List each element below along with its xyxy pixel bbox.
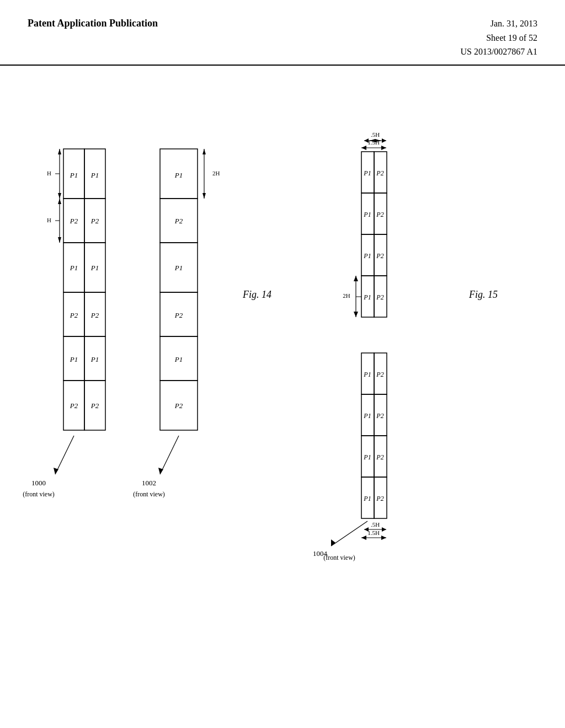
svg-text:P1: P1	[90, 264, 99, 272]
svg-text:P2: P2	[376, 495, 383, 502]
publication-title: Patent Application Publication	[28, 17, 158, 30]
svg-line-54	[160, 436, 179, 474]
svg-text:P1: P1	[363, 293, 371, 301]
svg-marker-87	[354, 312, 358, 317]
svg-marker-13	[58, 149, 61, 154]
svg-marker-19	[58, 237, 61, 243]
svg-text:P2: P2	[90, 311, 99, 319]
svg-text:P2: P2	[376, 169, 383, 177]
header-info: Jan. 31, 2013 Sheet 19 of 52 US 2013/002…	[460, 17, 537, 59]
svg-text:P1: P1	[363, 412, 371, 420]
svg-line-34	[55, 436, 74, 474]
svg-text:P2: P2	[174, 402, 183, 410]
svg-text:P2: P2	[376, 211, 383, 218]
svg-text:1.5H: 1.5H	[367, 139, 380, 146]
svg-text:P1: P1	[70, 264, 78, 272]
svg-marker-67	[361, 146, 366, 150]
svg-text:(front view): (front view)	[323, 554, 355, 561]
svg-text:P2: P2	[70, 402, 78, 410]
svg-text:P1: P1	[363, 211, 371, 218]
svg-text:P1: P1	[70, 355, 78, 363]
svg-text:1000: 1000	[31, 479, 46, 487]
svg-text:.5H: .5H	[371, 131, 380, 138]
svg-marker-64	[382, 138, 386, 143]
svg-text:P2: P2	[70, 217, 78, 225]
header-sheet: Sheet 19 of 52	[460, 31, 537, 45]
svg-marker-113	[382, 527, 386, 532]
svg-marker-117	[381, 536, 386, 540]
svg-text:P2: P2	[376, 252, 383, 260]
svg-text:P1: P1	[363, 371, 371, 378]
svg-text:P1: P1	[70, 171, 78, 179]
svg-text:2H: 2H	[343, 292, 350, 299]
svg-text:P1: P1	[363, 252, 371, 260]
svg-text:P2: P2	[376, 293, 383, 301]
svg-text:P2: P2	[90, 402, 99, 410]
svg-text:P2: P2	[90, 217, 99, 225]
svg-text:P2: P2	[376, 453, 383, 461]
svg-marker-14	[58, 193, 61, 199]
svg-marker-45	[202, 149, 206, 154]
svg-text:P1: P1	[363, 169, 371, 177]
svg-text:P2: P2	[174, 217, 183, 225]
svg-text:Fig. 15: Fig. 15	[468, 289, 498, 300]
svg-marker-109	[331, 539, 335, 546]
svg-marker-46	[202, 193, 206, 199]
svg-text:P2: P2	[70, 311, 78, 319]
svg-text:P2: P2	[174, 311, 183, 319]
svg-text:P1: P1	[90, 171, 99, 179]
svg-text:P1: P1	[174, 171, 183, 179]
svg-text:1.5H: 1.5H	[367, 529, 380, 536]
main-diagram: P1 P2 P1 P1 P2 P1 H H P2 P2 P1 P1 P2 P2 …	[0, 55, 565, 717]
svg-text:P2: P2	[376, 412, 383, 420]
svg-text:P2: P2	[376, 371, 383, 378]
svg-text:(front view): (front view)	[23, 490, 55, 498]
svg-text:P1: P1	[174, 355, 183, 363]
svg-marker-18	[58, 199, 61, 204]
svg-text:(front view): (front view)	[133, 490, 165, 498]
svg-text:P1: P1	[90, 355, 99, 363]
svg-marker-88	[354, 276, 358, 281]
svg-text:1002: 1002	[142, 479, 156, 487]
svg-marker-116	[361, 536, 366, 540]
svg-text:2H: 2H	[212, 170, 220, 176]
svg-line-108	[331, 521, 367, 546]
svg-text:P1: P1	[363, 495, 371, 502]
svg-text:H: H	[47, 170, 51, 176]
svg-text:P1: P1	[174, 264, 183, 272]
svg-text:H: H	[47, 217, 51, 223]
svg-text:P1: P1	[363, 453, 371, 461]
svg-text:Fig. 14: Fig. 14	[242, 289, 271, 300]
svg-text:.5H: .5H	[371, 521, 380, 528]
header-date: Jan. 31, 2013	[460, 17, 537, 31]
svg-marker-68	[381, 146, 386, 150]
